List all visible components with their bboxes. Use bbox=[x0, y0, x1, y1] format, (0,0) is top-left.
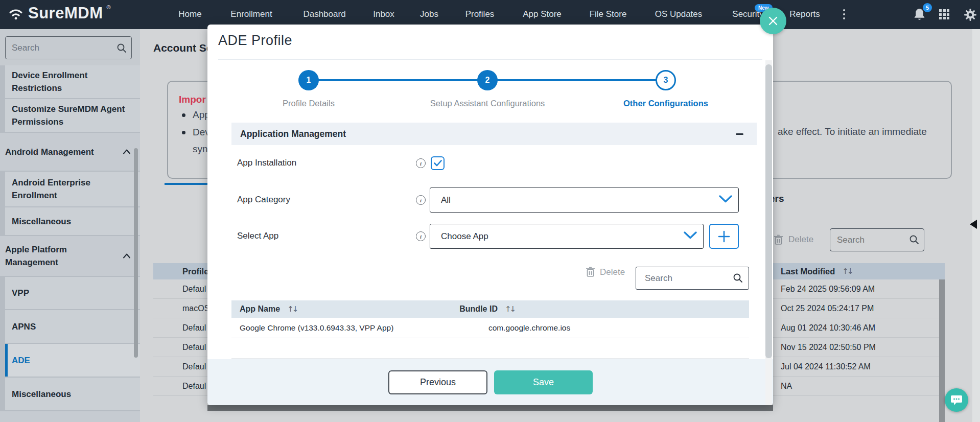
nav-item-inbox[interactable]: Inbox bbox=[373, 9, 394, 19]
notice-bullet-2: Dev bbox=[182, 127, 210, 138]
page-title: Account Se bbox=[153, 42, 213, 54]
settings-gear-icon[interactable] bbox=[964, 8, 977, 21]
sidebar-item-miscellaneous-android[interactable]: Miscellaneous bbox=[5, 207, 140, 235]
sidebar-section-windows[interactable]: Windows bbox=[0, 411, 140, 422]
modal-search-icon bbox=[733, 273, 743, 283]
brand-logo: SureMDM ® bbox=[7, 4, 111, 22]
modal-delete-button[interactable]: Delete bbox=[586, 267, 625, 277]
application-management-accordion[interactable]: Application Management bbox=[231, 123, 757, 145]
info-icon[interactable]: i bbox=[416, 195, 426, 205]
chevron-down-icon bbox=[719, 195, 732, 205]
modal-scrollbar-thumb[interactable] bbox=[765, 64, 772, 358]
sidebar-item-miscellaneous-apple[interactable]: Miscellaneous bbox=[5, 378, 140, 410]
modal-divider bbox=[218, 59, 762, 60]
app-name-cell: Google Chrome (v133.0.6943.33, VPP App) bbox=[240, 323, 488, 333]
bg-search-icon bbox=[909, 235, 919, 245]
collapse-arrow-icon[interactable] bbox=[970, 220, 977, 229]
nav-item-reports[interactable]: Reports bbox=[789, 9, 820, 19]
wifi-logo-icon bbox=[7, 5, 25, 22]
brand-name: SureMDM bbox=[28, 4, 103, 22]
bg-date-row: Jul 04 2024 11:30:52 AM bbox=[773, 357, 939, 377]
app-category-label: App Category bbox=[237, 195, 290, 205]
settings-sidebar: Device Enrollment Restrictions Customize… bbox=[0, 29, 140, 422]
chat-bubble-icon bbox=[950, 394, 963, 406]
chat-support-button[interactable] bbox=[945, 388, 968, 412]
select-app-select[interactable]: Choose App bbox=[430, 224, 704, 249]
nav-item-enrollment[interactable]: Enrollment bbox=[230, 9, 272, 19]
info-icon[interactable]: i bbox=[416, 231, 426, 241]
plus-icon bbox=[718, 230, 730, 243]
collapse-minus-icon[interactable] bbox=[736, 133, 743, 135]
nav-item-file-store[interactable]: File Store bbox=[590, 9, 627, 19]
sidebar-item-apns[interactable]: APNS bbox=[5, 310, 140, 343]
ade-profile-modal: ADE Profile 1 2 3 Profile Details Setup … bbox=[207, 25, 773, 405]
step-2-label: Setup Assistant Configurations bbox=[430, 99, 545, 108]
step-1-label: Profile Details bbox=[283, 99, 335, 108]
notice-bullet-1: App bbox=[182, 109, 210, 121]
sidebar-scrollbar[interactable] bbox=[134, 148, 138, 358]
sidebar-item-device-enrollment-restrictions[interactable]: Device Enrollment Restrictions bbox=[5, 65, 140, 98]
bg-date-row: NA bbox=[773, 377, 939, 396]
bg-trash-icon bbox=[774, 235, 783, 245]
step-3-label: Other Configurations bbox=[623, 99, 708, 108]
registered-mark: ® bbox=[106, 4, 110, 10]
sidebar-section-android-management[interactable]: Android Management bbox=[0, 133, 140, 171]
app-table-row[interactable]: Google Chrome (v133.0.6943.33, VPP App) … bbox=[231, 318, 749, 338]
page-scroll-gutter bbox=[972, 29, 980, 422]
close-icon bbox=[768, 16, 778, 26]
sidebar-item-customize-agent-permissions[interactable]: Customize SureMDM Agent Permissions bbox=[5, 99, 140, 132]
bg-table-scrollbar bbox=[939, 279, 945, 422]
sidebar-section-apple-platform-management[interactable]: Apple Platform Management bbox=[0, 236, 140, 276]
sidebar-items: Device Enrollment Restrictions Customize… bbox=[0, 65, 140, 422]
sidebar-item-ade[interactable]: ADE bbox=[5, 344, 140, 377]
apps-grid-icon[interactable] bbox=[939, 9, 949, 19]
bundle-id-cell: com.google.chrome.ios bbox=[488, 323, 570, 333]
nav-item-home[interactable]: Home bbox=[178, 9, 201, 19]
modal-search-input[interactable] bbox=[636, 267, 749, 290]
app-installation-label: App Installation bbox=[237, 158, 296, 168]
nav-item-profiles[interactable]: Profiles bbox=[465, 9, 495, 19]
accordion-title: Application Management bbox=[240, 129, 346, 139]
step-1-circle[interactable]: 1 bbox=[298, 70, 319, 90]
app-category-select[interactable]: All bbox=[430, 187, 739, 213]
suremdm-app: SureMDM ® Home Enrollment Dashboard Inbo… bbox=[0, 0, 980, 422]
app-name-column-header[interactable]: App Name bbox=[240, 304, 280, 314]
select-app-label: Select App bbox=[237, 231, 278, 241]
trash-icon bbox=[586, 267, 595, 277]
nav-item-os-updates[interactable]: OS Updates bbox=[655, 9, 703, 19]
notification-count-badge: 5 bbox=[923, 3, 932, 12]
save-button[interactable]: Save bbox=[494, 370, 593, 394]
sidebar-item-vpp[interactable]: VPP bbox=[5, 277, 140, 309]
active-tab-indicator bbox=[165, 183, 211, 185]
sidebar-search-area bbox=[0, 29, 140, 65]
nav-item-dashboard[interactable]: Dashboard bbox=[303, 9, 345, 19]
previous-button[interactable]: Previous bbox=[388, 370, 487, 394]
app-table-header: App Name ↑↓ Bundle ID ↑↓ bbox=[231, 300, 749, 318]
info-icon[interactable]: i bbox=[416, 158, 426, 168]
sidebar-search-input[interactable] bbox=[5, 36, 132, 59]
notice-right-text: ake effect. To initiate an immediate bbox=[778, 126, 927, 137]
notice-title: Impor bbox=[179, 94, 206, 105]
sort-icon[interactable]: ↑↓ bbox=[505, 304, 515, 314]
chevron-down-icon bbox=[684, 231, 697, 242]
nav-item-app-store[interactable]: App Store bbox=[523, 9, 562, 19]
bg-delete-button: Delete bbox=[788, 235, 813, 245]
sort-icon[interactable]: ↑↓ bbox=[287, 304, 297, 314]
check-icon bbox=[434, 160, 442, 167]
modal-footer: Previous Save bbox=[207, 359, 773, 405]
nav-item-jobs[interactable]: Jobs bbox=[420, 9, 438, 19]
modal-close-button[interactable] bbox=[760, 8, 786, 34]
chevron-up-icon bbox=[123, 250, 131, 263]
sort-icon: ↑↓ bbox=[842, 267, 852, 276]
app-installation-checkbox[interactable] bbox=[431, 156, 445, 170]
step-2-circle[interactable]: 2 bbox=[477, 70, 498, 90]
step-3-circle[interactable]: 3 bbox=[656, 70, 676, 90]
bundle-id-column-header[interactable]: Bundle ID bbox=[459, 304, 498, 314]
sidebar-item-android-enterprise-enrollment[interactable]: Android Enterprise Enrollment bbox=[5, 172, 140, 206]
bg-table-header-last-modified: Last Modified ↑↓ bbox=[773, 263, 945, 279]
add-app-button[interactable] bbox=[709, 224, 739, 249]
app-table-empty-row bbox=[231, 338, 749, 359]
bg-date-row: Feb 24 2025 09:56:09 AM bbox=[773, 279, 939, 299]
more-menu-icon[interactable] bbox=[843, 9, 845, 19]
sidebar-search-icon bbox=[116, 43, 127, 53]
